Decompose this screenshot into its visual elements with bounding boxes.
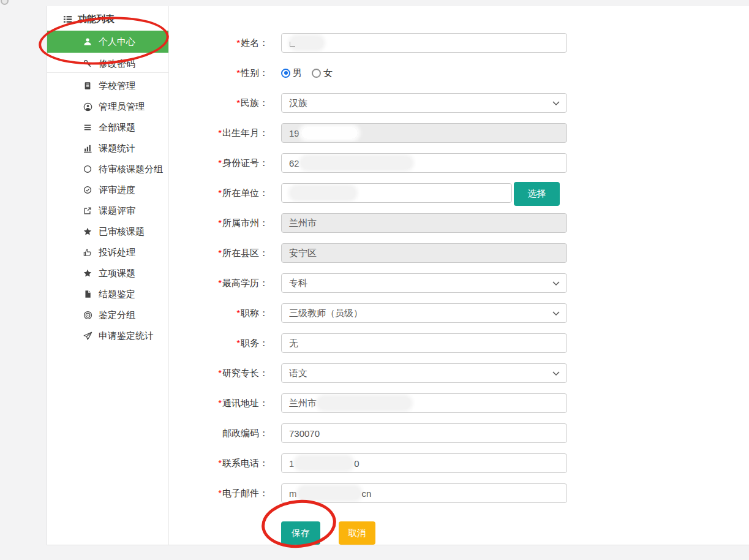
chevron-down-icon [552,101,560,106]
form-row-district: *所在县区： 安宁区 [169,243,749,273]
school-icon [83,81,92,90]
cancel-button[interactable]: 取消 [339,521,375,545]
field-label: *职称： [169,303,268,323]
circle-icon [83,165,92,173]
form-row-position: *职务： 无 [169,333,749,363]
work-unit-input[interactable] [281,183,512,203]
redacted-value [299,487,360,499]
form-row-gender: *性别： 男 女 [169,63,749,93]
sidebar-item-label: 课题评审 [99,205,135,217]
save-button[interactable]: 保存 [281,521,320,545]
form-row-mailing-address: *通讯地址： 兰州市 [169,393,749,423]
field-label: *研究专长： [169,363,268,383]
sidebar-item-approved-topics[interactable]: 立项课题 [47,263,168,284]
redacted-value [318,397,410,409]
field-label: *所在县区： [169,243,268,263]
admin-icon [83,102,92,112]
chevron-down-icon [552,311,560,316]
sidebar-item-admin-management[interactable]: 管理员管理 [47,96,168,117]
field-label: *出生年月： [169,123,268,143]
gender-radio-female[interactable]: 女 [312,67,333,79]
sidebar-item-reviewed-topics[interactable]: 已审核课题 [47,221,168,242]
sidebar-item-label: 修改密码 [99,58,135,70]
redacted-value [291,187,355,199]
ethnicity-select[interactable]: 汉族 [281,93,567,113]
sidebar-item-personal-center[interactable]: 个人中心 [47,31,168,53]
sidebar-item-pending-review-groups[interactable]: 待审核课题分组 [47,159,168,180]
radio-unselected-icon[interactable] [312,69,321,78]
field-label: 邮政编码： [169,423,268,443]
sidebar-item-label: 待审核课题分组 [99,164,163,175]
send-icon [83,331,92,341]
form-row-research-specialty: *研究专长： 语文 [169,363,749,393]
field-label: *民族： [169,93,268,113]
topics-icon [83,123,92,132]
gender-radio-group: 男 女 [281,63,333,83]
field-label: *最高学历： [169,273,268,293]
form-row-education: *最高学历： 专科 [169,273,749,303]
sidebar-header: 功能列表 [63,13,115,25]
sidebar-item-label: 申请鉴定统计 [99,330,154,342]
sidebar-item-label: 课题统计 [99,143,135,154]
sidebar-item-review-progress[interactable]: 评审进度 [47,180,168,200]
redacted-remnant [290,42,295,47]
education-select[interactable]: 专科 [281,273,567,293]
chevron-down-icon [552,281,560,286]
sidebar-item-label: 立项课题 [99,268,135,279]
external-link-icon [83,206,92,215]
sidebar-item-appraisal-groups[interactable]: 鉴定分组 [47,305,168,325]
name-input[interactable] [281,33,567,53]
sidebar-menu: 学校管理 管理员管理 全部课题 [47,75,168,346]
form-row-birthdate: *出生年月： 19 [169,123,749,153]
title-select[interactable]: 三级教师（员级） [281,303,567,323]
id-number-input[interactable]: 62 [281,153,567,173]
field-label: *所属市州： [169,213,268,233]
form-row-email: *电子邮件： mcn [169,483,749,513]
position-input[interactable]: 无 [281,333,567,353]
sidebar-item-all-topics[interactable]: 全部课题 [47,117,168,138]
sidebar-item-label: 投诉处理 [99,247,135,259]
bar-chart-icon [83,144,92,153]
sidebar-item-change-password[interactable]: 修改密码 [47,55,168,72]
profile-form: *姓名： *性别： 男 女 *民族： 汉族 *出生年月： [169,33,749,545]
birthdate-input: 19 [281,123,567,143]
sidebar-item-topic-review[interactable]: 课题评审 [47,200,168,221]
redacted-value [296,457,352,469]
check-circle-icon [83,186,92,194]
list-icon [63,15,72,24]
page: 功能列表 个人中心 修改密码 学校管理 [0,0,749,560]
email-input[interactable]: mcn [281,483,567,503]
content-panel: 功能列表 个人中心 修改密码 学校管理 [47,6,749,545]
star-icon [83,227,92,236]
sidebar-item-label: 评审进度 [99,184,135,196]
sidebar-item-school-management[interactable]: 学校管理 [47,75,168,96]
sidebar-item-label: 已审核课题 [99,226,145,238]
sidebar-item-topic-statistics[interactable]: 课题统计 [47,138,168,159]
mailing-address-input[interactable]: 兰州市 [281,393,567,413]
form-actions: 保存 取消 [281,521,749,545]
research-specialty-select[interactable]: 语文 [281,363,567,383]
sidebar-item-appraisal-application-stats[interactable]: 申请鉴定统计 [47,325,168,346]
redacted-value [301,157,412,169]
sidebar-header-label: 功能列表 [78,13,115,25]
phone-input[interactable]: 10 [281,453,567,473]
form-row-title: *职称： 三级教师（员级） [169,303,749,333]
thumbs-up-icon [83,248,92,257]
sidebar-item-label: 结题鉴定 [99,289,135,300]
select-unit-button[interactable]: 选择 [514,182,560,206]
postal-code-input[interactable]: 730070 [281,423,567,443]
star-icon [83,269,92,278]
field-label: *姓名： [169,33,268,53]
field-label: *身份证号： [169,153,268,173]
sidebar-item-complaint-handling[interactable]: 投诉处理 [47,242,168,263]
field-label: *所在单位： [169,183,268,203]
gender-radio-male[interactable]: 男 [281,67,302,79]
field-label: *职务： [169,333,268,353]
redacted-value [301,127,358,139]
field-label: *联系电话： [169,453,268,473]
sidebar-item-label: 全部课题 [99,122,135,134]
sidebar-item-label: 个人中心 [99,36,135,48]
sidebar-item-conclusion-appraisal[interactable]: 结题鉴定 [47,284,168,305]
radio-selected-icon[interactable] [281,69,290,78]
key-icon [83,59,92,68]
